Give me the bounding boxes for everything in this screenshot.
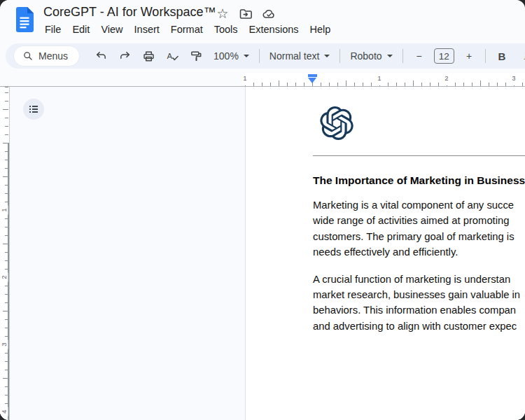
toolbar: Menus A bbox=[6, 43, 525, 69]
move-to-folder-button[interactable] bbox=[239, 7, 253, 21]
chevron-down-icon bbox=[324, 55, 330, 57]
print-button[interactable] bbox=[139, 47, 158, 65]
undo-icon bbox=[94, 50, 108, 62]
paragraph: A crucial function of marketing is under… bbox=[313, 272, 525, 335]
paint-format-icon bbox=[190, 50, 203, 63]
menu-extensions[interactable]: Extensions bbox=[244, 22, 304, 36]
horizontal-ruler: 1 1 2 3 bbox=[0, 73, 525, 87]
increase-font-size-button[interactable]: + bbox=[460, 47, 478, 65]
google-docs-icon[interactable] bbox=[15, 7, 34, 32]
first-line-indent-icon bbox=[308, 74, 317, 77]
menu-bar: File Edit View Insert Format Tools Exten… bbox=[39, 22, 336, 37]
italic-button[interactable]: I bbox=[517, 47, 525, 65]
zoom-select[interactable]: 100% bbox=[208, 47, 255, 65]
vertical-ruler: 1 2 3 4 bbox=[0, 87, 10, 420]
decrease-font-size-button[interactable]: − bbox=[410, 47, 428, 65]
chevron-down-icon bbox=[387, 55, 393, 57]
ruler-label: 3 bbox=[0, 340, 8, 349]
chevron-down-icon bbox=[244, 55, 249, 57]
star-icon: ☆ bbox=[216, 7, 228, 21]
ruler-label: 4 bbox=[0, 407, 8, 416]
svg-text:A: A bbox=[167, 51, 172, 59]
paragraph: Marketing is a vital component of any su… bbox=[313, 197, 525, 260]
bold-icon: B bbox=[498, 50, 506, 62]
document-heading: The Importance of Marketing in Business bbox=[313, 174, 525, 187]
menu-edit[interactable]: Edit bbox=[66, 22, 95, 36]
document-outline-icon bbox=[28, 104, 39, 115]
menu-format[interactable]: Format bbox=[165, 22, 209, 36]
canvas-top-border bbox=[0, 86, 525, 87]
left-indent-icon bbox=[308, 78, 316, 83]
ruler-label: 1 bbox=[241, 74, 248, 85]
document-title[interactable]: CoreGPT - AI for Workspace™ bbox=[43, 5, 216, 20]
paragraph-style-value: Normal text bbox=[270, 50, 320, 62]
toolbar-divider bbox=[485, 49, 486, 63]
menu-view[interactable]: View bbox=[95, 22, 128, 36]
search-icon bbox=[22, 50, 34, 62]
ruler-label: 2 bbox=[443, 74, 450, 85]
plus-icon: + bbox=[466, 50, 472, 62]
text-line: and advertising to align with customer e… bbox=[313, 318, 525, 334]
text-line: needs effectively and efficiently. bbox=[313, 244, 525, 260]
redo-icon bbox=[118, 50, 132, 62]
document-outline-button[interactable] bbox=[23, 99, 44, 120]
header-actions: ☆ bbox=[216, 7, 276, 21]
google-docs-window: CoreGPT - AI for Workspace™ ☆ File Edit … bbox=[0, 0, 525, 420]
cloud-saved-icon bbox=[262, 7, 276, 21]
cloud-save-status-button[interactable] bbox=[262, 7, 276, 21]
font-select[interactable]: Roboto bbox=[344, 47, 398, 65]
text-line: A crucial function of marketing is under… bbox=[313, 272, 525, 287]
paint-format-button[interactable] bbox=[187, 47, 205, 65]
text-line: Marketing is a vital component of any su… bbox=[313, 197, 525, 213]
zoom-value: 100% bbox=[214, 50, 239, 62]
toolbar-divider bbox=[402, 49, 403, 63]
document-page[interactable]: The Importance of Marketing in Business … bbox=[245, 87, 525, 420]
font-size-input[interactable]: 12 bbox=[434, 48, 454, 64]
ruler-label: 1 bbox=[0, 206, 8, 215]
ruler-label: 1 bbox=[376, 74, 383, 85]
text-line: wide range of activities aimed at promot… bbox=[313, 213, 525, 228]
font-value: Roboto bbox=[350, 50, 382, 62]
ruler-label: 3 bbox=[510, 74, 517, 85]
print-icon bbox=[142, 50, 155, 63]
star-button[interactable]: ☆ bbox=[216, 7, 230, 21]
undo-button[interactable] bbox=[92, 47, 110, 65]
menu-tools[interactable]: Tools bbox=[209, 22, 244, 36]
minus-icon: − bbox=[416, 50, 421, 62]
menus-label: Menus bbox=[38, 50, 68, 62]
ruler-ticks bbox=[245, 80, 525, 86]
text-line: customers. The primary goal of marketing… bbox=[313, 229, 525, 244]
menus-search-button[interactable]: Menus bbox=[14, 46, 79, 66]
header: CoreGPT - AI for Workspace™ ☆ File Edit … bbox=[0, 0, 525, 41]
menu-help[interactable]: Help bbox=[304, 22, 337, 36]
bold-button[interactable]: B bbox=[493, 47, 511, 65]
header-divider-line bbox=[313, 155, 525, 156]
toolbar-divider bbox=[340, 49, 340, 63]
page-content: The Importance of Marketing in Business … bbox=[246, 87, 525, 334]
left-indent-marker[interactable] bbox=[308, 74, 317, 83]
redo-button[interactable] bbox=[115, 47, 134, 65]
menu-file[interactable]: File bbox=[39, 22, 66, 36]
text-line: market research, businesses gain valuabl… bbox=[313, 287, 525, 302]
spellcheck-button[interactable]: A bbox=[163, 47, 181, 65]
toolbar-divider bbox=[259, 49, 260, 63]
ruler-label: 2 bbox=[0, 273, 8, 282]
paragraph-style-select[interactable]: Normal text bbox=[264, 47, 336, 65]
document-canvas: The Importance of Marketing in Business … bbox=[0, 87, 525, 420]
text-line: behaviors. This information enables comp… bbox=[313, 302, 525, 318]
spellcheck-icon: A bbox=[166, 50, 179, 63]
menu-insert[interactable]: Insert bbox=[129, 22, 165, 36]
move-to-folder-icon bbox=[239, 7, 253, 21]
openai-logo[interactable] bbox=[320, 106, 354, 140]
ruler-baseline bbox=[9, 87, 10, 420]
